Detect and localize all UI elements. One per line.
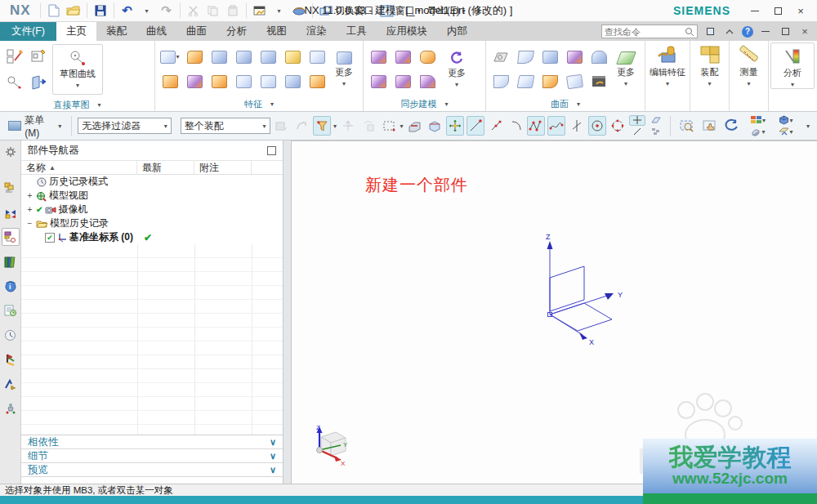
history-button[interactable] xyxy=(2,326,20,344)
swept-button[interactable] xyxy=(516,47,535,67)
draft-button[interactable] xyxy=(307,47,327,67)
measure-button[interactable]: 测量 ▾ xyxy=(730,41,768,87)
resource-bar-options-button[interactable] xyxy=(2,143,20,161)
extrude-button[interactable] xyxy=(185,47,204,67)
group-dialog-dropdown[interactable]: ▾ xyxy=(444,100,448,108)
section-view-button[interactable] xyxy=(426,116,444,136)
toolbar-overflow-dropdown[interactable]: ▾ xyxy=(806,123,810,130)
save-button[interactable] xyxy=(92,2,109,20)
sketch-button[interactable] xyxy=(5,47,25,66)
tab-internal[interactable]: 内部 xyxy=(437,22,477,41)
window-menu-button[interactable]: 窗口 ▾ xyxy=(378,4,423,18)
surface-wrench-button[interactable] xyxy=(589,72,609,91)
tree-row-model-views[interactable]: + 模型视图 xyxy=(21,189,283,203)
menu-button[interactable]: 菜单(M) ▾ xyxy=(4,112,65,140)
x-axis[interactable] xyxy=(550,314,583,335)
export-menu-button[interactable]: 导出(E) ▾ xyxy=(425,4,468,18)
panel-resize-sash[interactable] xyxy=(283,140,292,484)
undo-button[interactable]: ↶ xyxy=(118,2,136,20)
rendering-style-button[interactable]: ▾ xyxy=(746,127,770,137)
associative-line-button[interactable] xyxy=(629,127,645,137)
delete-face-sync-button[interactable] xyxy=(393,72,413,91)
line-button[interactable] xyxy=(467,116,484,136)
constraint-navigator-button[interactable] xyxy=(2,203,20,221)
tree-row-cameras[interactable]: + ✔ 摄像机 xyxy=(21,203,283,216)
edit-feature-button[interactable]: 编辑特征 ▾ xyxy=(645,41,690,87)
sort-asc-icon[interactable]: ▲ xyxy=(49,164,56,172)
sketch-in-task-button[interactable] xyxy=(29,47,49,66)
sweep-button[interactable] xyxy=(234,72,253,91)
profile-button[interactable] xyxy=(5,73,25,92)
sync-more-button[interactable]: 更多 ▾ xyxy=(440,51,473,88)
section-details[interactable]: 细节 ∨ xyxy=(21,449,283,463)
xy-datum-plane[interactable] xyxy=(550,303,612,331)
mirror-feature-button[interactable] xyxy=(307,72,327,91)
roles-button[interactable] xyxy=(2,399,20,417)
block-button[interactable] xyxy=(209,72,229,91)
redo-button[interactable]: ↷ xyxy=(158,2,176,20)
collapse-icon[interactable]: − xyxy=(26,219,33,228)
tab-tools[interactable]: 工具 xyxy=(337,22,377,41)
section-dependencies[interactable]: 相依性 ∨ xyxy=(21,435,283,449)
section-preview[interactable]: 预览 ∨ xyxy=(21,463,283,477)
tab-view[interactable]: 视图 xyxy=(257,22,297,41)
column-name[interactable]: 名称 ▲ xyxy=(21,161,137,174)
through-curve-mesh-button[interactable] xyxy=(516,72,535,91)
tab-file[interactable]: 文件(F) xyxy=(0,22,56,41)
arc-button[interactable] xyxy=(507,116,525,136)
datum-csys-button[interactable] xyxy=(160,72,180,91)
resize-cylinder-button[interactable] xyxy=(417,47,437,67)
tab-home[interactable]: 主页 xyxy=(56,22,96,41)
replace-face-button[interactable] xyxy=(393,47,413,67)
ruled-surface-button[interactable] xyxy=(491,72,511,91)
switch-window-button[interactable]: 切换窗口 xyxy=(317,4,377,18)
move-component-button[interactable] xyxy=(446,116,464,136)
move-face-button[interactable] xyxy=(368,47,388,67)
show-hide-button[interactable]: ▾ xyxy=(774,127,798,137)
x-form-button[interactable] xyxy=(565,72,584,91)
rectangle-select-dropdown[interactable]: ▾ xyxy=(400,123,403,130)
face-curve-button[interactable] xyxy=(648,115,664,126)
assembly-navigator-button[interactable] xyxy=(2,179,20,197)
new-file-button[interactable] xyxy=(45,2,63,20)
reuse-library-button[interactable] xyxy=(2,252,20,270)
snap-point-dropdown[interactable]: ▾ xyxy=(333,123,337,130)
through-curves-button[interactable] xyxy=(589,47,609,67)
copy-face-button[interactable] xyxy=(368,72,388,91)
reverse-direction-button[interactable] xyxy=(292,116,310,136)
polyline-button[interactable] xyxy=(527,116,545,136)
window-layout-button[interactable] xyxy=(251,2,269,20)
sketch-curve-button[interactable]: 草图曲线 ▾ xyxy=(52,44,103,95)
undo-dropdown[interactable]: ▾ xyxy=(138,2,156,20)
history-palette-button[interactable] xyxy=(2,301,20,319)
group-dialog-dropdown[interactable]: ▾ xyxy=(270,100,274,108)
select-body-button[interactable] xyxy=(273,116,291,136)
pattern-feature-button[interactable] xyxy=(283,47,302,67)
cut-button[interactable] xyxy=(185,2,203,20)
minimize-ribbon-button[interactable] xyxy=(722,25,737,39)
minimize-button[interactable] xyxy=(745,2,765,19)
sketch-curve-dropdown[interactable]: ▾ xyxy=(76,82,79,89)
expand-icon[interactable]: + xyxy=(26,205,33,214)
maximize-button[interactable] xyxy=(768,2,788,19)
line-point-button[interactable] xyxy=(487,116,505,136)
tree-row-model-history[interactable]: − 模型历史记录 xyxy=(21,216,283,230)
trim-body-button[interactable] xyxy=(258,72,278,91)
close-button[interactable]: × xyxy=(791,2,810,19)
tab-curve[interactable]: 曲线 xyxy=(136,22,176,41)
tab-analysis[interactable]: 分析 xyxy=(217,22,257,41)
tree-row-datum-csys[interactable]: ✔ 基准坐标系 (0) ✔ xyxy=(21,230,283,244)
process-studio-button[interactable] xyxy=(2,350,20,368)
column-latest[interactable]: 最新 xyxy=(137,161,194,174)
shaded-object-button[interactable] xyxy=(405,116,423,136)
manufacturing-wizards-button[interactable] xyxy=(2,375,20,393)
blend-pocket-button[interactable] xyxy=(185,72,204,91)
window-minimize-button[interactable] xyxy=(758,25,773,39)
analysis-button[interactable]: 分析 ▾ xyxy=(770,42,815,89)
hole-button[interactable] xyxy=(234,47,253,67)
navigator-tree[interactable]: 历史记录模式 + 模型视图 + ✔ 摄像机 xyxy=(21,175,283,435)
bounded-plane-button[interactable] xyxy=(540,47,560,67)
fit-view-button[interactable] xyxy=(677,116,697,136)
window-restore-button[interactable] xyxy=(778,25,792,39)
offset-surface-button[interactable] xyxy=(540,72,560,91)
